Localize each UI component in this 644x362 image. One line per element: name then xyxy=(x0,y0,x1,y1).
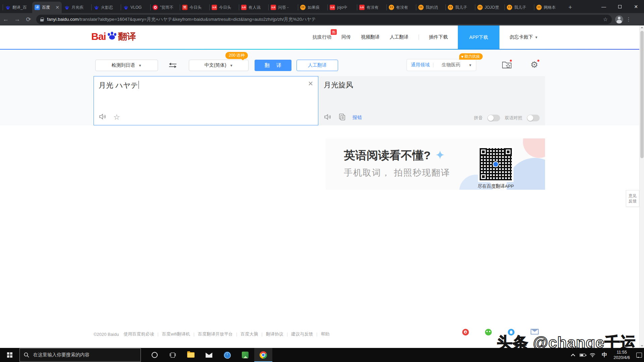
reload-icon[interactable]: ⟳ xyxy=(23,16,34,23)
browser-tab[interactable]: 译百度✕ xyxy=(32,2,62,13)
translate-button[interactable]: 翻 译 xyxy=(255,60,291,71)
orange-favicon xyxy=(536,5,542,10)
nav-item[interactable]: 视频翻译 xyxy=(361,34,380,40)
browser-tab[interactable]: 我儿子 xyxy=(504,2,534,13)
taskbar-app-taskview[interactable] xyxy=(164,348,182,362)
browser-tab[interactable]: 我的消 xyxy=(416,2,445,13)
screen: 翻译_百译百度✕月光疾火影忍VLOG"贫而不简今日头头条今日头头条有人说头条问答… xyxy=(0,0,644,362)
restore-button[interactable] xyxy=(612,0,628,13)
domain-select[interactable]: 通用领域 生物医药 ▼ xyxy=(407,59,476,71)
browser-tab[interactable]: 月光疾 xyxy=(62,2,91,13)
swap-languages-icon[interactable] xyxy=(167,60,179,70)
browser-tab[interactable]: 翻译_百 xyxy=(3,2,32,13)
nav-item[interactable]: 同传 xyxy=(341,34,351,40)
browser-tab[interactable]: 火影忍 xyxy=(91,2,121,13)
baidu-translate-logo[interactable]: Bai 翻译 xyxy=(91,30,136,43)
battery-icon[interactable] xyxy=(580,354,585,357)
copy-result-icon[interactable] xyxy=(338,113,346,122)
user-menu[interactable]: 勿忘卡殿下▼ xyxy=(509,34,538,40)
address-bar[interactable]: fanyi.baidu.com/translate?aldtype=16047&… xyxy=(36,15,612,24)
browser-tab[interactable]: JOJO里 xyxy=(475,2,504,13)
page-scrollbar[interactable] xyxy=(639,25,644,348)
source-text-panel[interactable]: 月光 ハヤテ ✕ ☆ xyxy=(94,76,318,125)
nav-item[interactable]: 抗疫行动热 xyxy=(313,34,331,40)
url-text[interactable]: fanyi.baidu.com/translate?aldtype=16047&… xyxy=(47,16,600,22)
weibo-icon[interactable] xyxy=(462,329,469,336)
back-icon[interactable]: ← xyxy=(0,16,11,23)
wechat-icon[interactable] xyxy=(485,329,492,336)
orange-favicon xyxy=(300,5,306,10)
scroll-up-arrow[interactable] xyxy=(641,27,643,28)
tab-close-icon[interactable]: ✕ xyxy=(55,5,59,10)
nav-item[interactable]: 人工翻译 xyxy=(390,34,409,40)
target-language-select[interactable]: 中文(简体)▼ xyxy=(189,60,249,71)
settings-gear-icon[interactable]: ⚙ xyxy=(529,59,540,70)
wifi-icon[interactable] xyxy=(590,353,595,357)
app-promo-banner[interactable]: 英语阅读看不懂? 手机取词， 拍照秒现翻译 尽在百度翻译APP xyxy=(326,138,545,190)
taskbar-app-folder[interactable] xyxy=(182,348,200,362)
human-translate-button[interactable]: 人工翻译 xyxy=(297,60,338,71)
browser-tab[interactable]: 我儿子 xyxy=(445,2,475,13)
orange-favicon xyxy=(448,5,453,10)
scrollbar-thumb[interactable] xyxy=(640,31,644,158)
tab-title: 翻译_百 xyxy=(12,5,30,10)
footer-link[interactable]: 帮助 xyxy=(321,331,329,337)
taskbar-app-cortana[interactable] xyxy=(146,348,164,362)
scroll-down-arrow[interactable] xyxy=(641,345,643,347)
browser-tab[interactable]: 有没有 xyxy=(386,2,416,13)
taskbar-clock[interactable]: 11:55 2020/4/6 xyxy=(613,350,630,360)
favorites-folder-icon[interactable] xyxy=(501,59,513,70)
browser-tab[interactable]: "贫而不 xyxy=(150,2,180,13)
browser-menu-icon[interactable]: ⋮ xyxy=(626,16,631,22)
banner-title: 英语阅读看不懂? xyxy=(344,148,431,163)
app-download-button[interactable]: APP下载 xyxy=(458,25,499,49)
speak-source-icon[interactable] xyxy=(99,113,107,122)
baidu-translate-favicon: 译 xyxy=(35,5,40,10)
ime-indicator[interactable]: 中 xyxy=(602,352,607,359)
action-center-icon[interactable] xyxy=(636,353,642,358)
browser-tab[interactable]: VLOG xyxy=(121,2,150,13)
toutiao-favicon: 头条 xyxy=(359,5,365,10)
report-error-link[interactable]: 报错 xyxy=(353,115,362,121)
browser-tab[interactable]: 头条今日头 xyxy=(209,2,239,13)
nav-item[interactable]: 插件下载 xyxy=(429,34,448,40)
taskbar-app-mail[interactable] xyxy=(200,348,218,362)
taskbar-app-clock[interactable] xyxy=(218,348,236,362)
start-button[interactable] xyxy=(0,348,19,362)
tray-expand-icon[interactable] xyxy=(571,354,575,358)
browser-tab[interactable]: 如果疫 xyxy=(298,2,327,13)
footer-link[interactable]: 百度翻译开放平台 xyxy=(198,331,233,337)
bookmark-star-icon[interactable]: ☆ xyxy=(603,16,608,22)
favorite-star-icon[interactable]: ☆ xyxy=(113,114,120,121)
close-button[interactable]: ✕ xyxy=(628,0,644,13)
orange-favicon xyxy=(389,5,394,10)
clear-input-icon[interactable]: ✕ xyxy=(308,80,313,87)
source-text[interactable]: 月光 ハヤテ xyxy=(99,80,139,90)
footer-link[interactable]: 翻译协议 xyxy=(266,331,283,337)
taskbar-app-photos[interactable] xyxy=(236,348,254,362)
taskbar-search[interactable]: 在这里输入你要搜索的内容 xyxy=(19,348,141,362)
browser-tab[interactable]: 简今日头 xyxy=(180,2,209,13)
forward-icon[interactable]: → xyxy=(11,16,23,23)
footer-link[interactable]: 百度wifi翻译机 xyxy=(162,331,190,337)
pinyin-toggle[interactable] xyxy=(487,115,500,121)
browser-tab[interactable]: 网格本 xyxy=(534,2,564,13)
browser-tab[interactable]: 头条有没有 xyxy=(357,2,386,13)
browser-tab[interactable]: 头条有人说 xyxy=(239,2,268,13)
browser-tab[interactable]: 头条jojo中 xyxy=(327,2,357,13)
taskbar-app-chrome[interactable] xyxy=(254,348,272,362)
browser-tab[interactable]: 头条问答 - xyxy=(268,2,298,13)
feedback-tab[interactable]: 意见 反馈 xyxy=(626,190,639,207)
qr-caption: 尽在百度翻译APP xyxy=(475,183,517,189)
new-tab-button[interactable]: + xyxy=(566,3,575,12)
bilingual-toggle[interactable] xyxy=(527,115,540,121)
source-language-select[interactable]: 检测到日语▼ xyxy=(95,60,158,71)
profile-avatar[interactable] xyxy=(615,15,623,23)
speak-result-icon[interactable] xyxy=(324,113,332,122)
search-icon xyxy=(24,352,29,358)
footer-link[interactable]: 建议与反馈 xyxy=(291,331,313,337)
secure-lock-icon[interactable] xyxy=(40,17,44,21)
footer-link[interactable]: 使用百度前必读 xyxy=(123,331,154,337)
minimize-button[interactable]: — xyxy=(596,0,612,13)
footer-link[interactable]: 百度大脑 xyxy=(240,331,258,337)
